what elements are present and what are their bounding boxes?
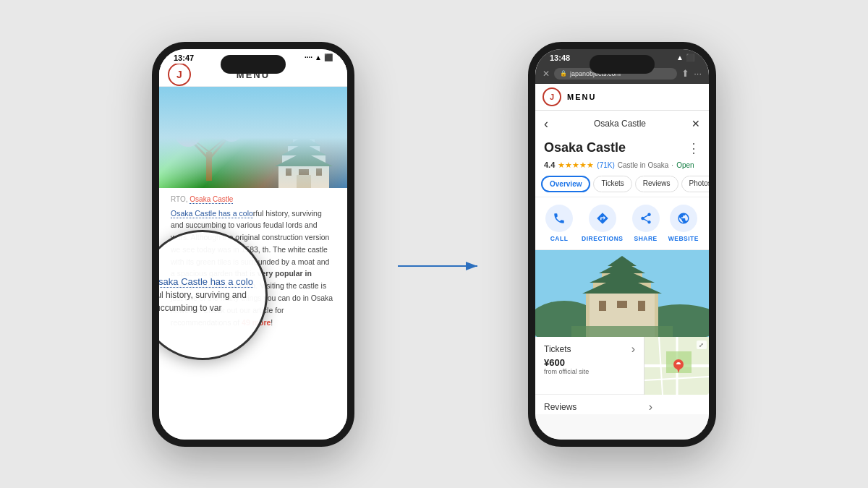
maps-site-header: J MENU — [535, 84, 709, 111]
share-action[interactable]: SHARE — [632, 205, 660, 242]
directions-icon — [596, 212, 609, 225]
svg-point-11 — [192, 108, 206, 123]
svg-rect-22 — [316, 168, 322, 176]
svg-rect-40 — [638, 301, 645, 311]
wifi-icon-right: ▲ — [676, 53, 684, 61]
more-icon[interactable]: ··· — [694, 68, 702, 79]
maps-title: Osaka Castle — [594, 119, 646, 129]
status-icons-right: ▲ ⬛ — [676, 53, 694, 61]
osaka-castle-inline-link[interactable]: Osaka Castle has a colo — [171, 209, 253, 218]
arrow-svg — [398, 255, 485, 277]
mini-map-svg: ⤢ — [644, 337, 709, 395]
wifi-icon-left: ▲ — [315, 53, 322, 61]
share-icon[interactable]: ⬆ — [681, 68, 689, 79]
castle-hero-svg — [268, 130, 340, 188]
hero-image-left — [159, 87, 347, 188]
tab-photos[interactable]: Photos — [681, 176, 709, 192]
reviews-section: Reviews › 4.4 ★★★★☆ — [535, 395, 709, 414]
mini-map[interactable]: ⤢ — [644, 337, 709, 395]
action-buttons: CALL DIRECTIONS — [535, 197, 709, 250]
signal-bars-left: ···· — [305, 53, 312, 61]
maps-back-button[interactable]: ‹ — [544, 116, 548, 132]
phone-content-right: ✕ 🔒 japanobjects.com ⬆ ··· J MENU — [535, 64, 709, 447]
review-stars-row: 4.4 ★★★★☆ — [544, 414, 652, 414]
svg-rect-21 — [286, 168, 292, 176]
left-phone: 13:47 ···· ▲ ⬛ J MENU — [152, 42, 354, 447]
maps-tabs: Overview Tickets Reviews Photos Tours — [535, 171, 709, 197]
tickets-price: ¥600 — [544, 357, 635, 368]
share-label: SHARE — [634, 235, 657, 242]
lock-icon: 🔒 — [560, 70, 567, 77]
svg-rect-24 — [297, 175, 311, 188]
tickets-chevron-icon: › — [631, 343, 635, 356]
castle-maps-svg — [535, 250, 709, 337]
svg-point-12 — [216, 109, 232, 125]
magnify-content: Osaka Castle has a colo rful history, su… — [159, 260, 265, 330]
rating-stars: ★★★★★ — [558, 160, 594, 170]
website-globe-icon — [677, 212, 690, 225]
svg-point-7 — [171, 116, 191, 137]
call-action[interactable]: CALL — [545, 205, 573, 242]
tickets-source: from official site — [544, 368, 635, 375]
more-options-button[interactable]: ⋮ — [687, 140, 700, 156]
tickets-map-row: Tickets › ¥600 from official site — [535, 337, 709, 395]
svg-rect-42 — [571, 326, 673, 337]
review-count[interactable]: (71K) — [597, 161, 614, 169]
website-action[interactable]: WEBSITE — [668, 205, 699, 242]
dynamic-island-right — [590, 55, 655, 74]
svg-rect-41 — [617, 301, 627, 308]
place-name: Osaka Castle — [544, 140, 626, 155]
logo-left: J — [168, 64, 191, 87]
maps-panel: ‹ Osaka Castle ✕ Osaka Castle ⋮ 4.4 ★★★★… — [535, 111, 709, 414]
svg-text:⤢: ⤢ — [699, 342, 704, 348]
reviews-label: Reviews — [544, 402, 576, 412]
browser-action-icons: ⬆ ··· — [681, 68, 702, 79]
time-left: 13:47 — [174, 53, 194, 62]
breadcrumb-prefix: RTO, — [171, 195, 190, 203]
call-label: CALL — [550, 235, 569, 242]
svg-point-8 — [230, 114, 247, 132]
directions-icon-circle — [589, 205, 616, 232]
svg-rect-39 — [599, 301, 606, 311]
directions-label: DIRECTIONS — [582, 235, 623, 242]
right-phone: 13:48 ▲ ⬛ ✕ 🔒 japanobjects.com ⬆ ··· — [528, 42, 716, 447]
tab-tickets[interactable]: Tickets — [593, 176, 631, 192]
scene: 13:47 ···· ▲ ⬛ J MENU — [0, 0, 868, 488]
svg-rect-23 — [299, 169, 309, 175]
call-icon-circle — [545, 205, 573, 232]
battery-icon-left: ⬛ — [324, 53, 333, 61]
share-icon-svg — [639, 212, 652, 225]
menu-label-right: MENU — [567, 93, 596, 101]
rating-row: 4.4 ★★★★★ (71K) Castle in Osaka · Open — [535, 159, 709, 171]
maps-castle-image — [535, 250, 709, 337]
call-phone-icon — [553, 212, 566, 225]
cherry-tree-svg — [166, 101, 253, 181]
open-status: Open — [676, 161, 694, 169]
status-icons-left: ···· ▲ ⬛ — [305, 53, 333, 61]
place-name-row: Osaka Castle ⋮ — [535, 137, 709, 159]
arrow-container — [398, 255, 485, 277]
magnify-link: Osaka Castle has a colo — [159, 276, 253, 288]
tickets-label: Tickets — [544, 344, 571, 354]
tickets-info: Tickets › ¥600 from official site — [535, 337, 644, 395]
svg-marker-20 — [292, 132, 316, 139]
breadcrumb-link[interactable]: Osaka Castle — [190, 195, 233, 204]
website-icon-circle — [670, 205, 697, 232]
time-right: 13:48 — [550, 53, 570, 62]
separator: · — [671, 161, 673, 169]
review-stars: ★★★★☆ — [558, 414, 608, 414]
directions-action[interactable]: DIRECTIONS — [582, 205, 623, 242]
breadcrumb: RTO, Osaka Castle — [171, 194, 336, 205]
tab-overview[interactable]: Overview — [541, 176, 590, 192]
browser-close[interactable]: ✕ — [542, 69, 550, 79]
maps-back-bar: ‹ Osaka Castle ✕ — [535, 111, 709, 137]
rating-number: 4.4 — [544, 160, 555, 169]
share-icon-circle — [632, 205, 660, 232]
category-text: Castle in Osaka — [618, 161, 669, 169]
article-exclamation: ! — [271, 318, 273, 327]
website-label: WEBSITE — [668, 235, 699, 242]
logo-right: J — [542, 87, 561, 106]
phone-content-left: J MENU — [159, 64, 347, 447]
maps-close-button[interactable]: ✕ — [692, 118, 700, 129]
tab-reviews[interactable]: Reviews — [635, 176, 678, 192]
